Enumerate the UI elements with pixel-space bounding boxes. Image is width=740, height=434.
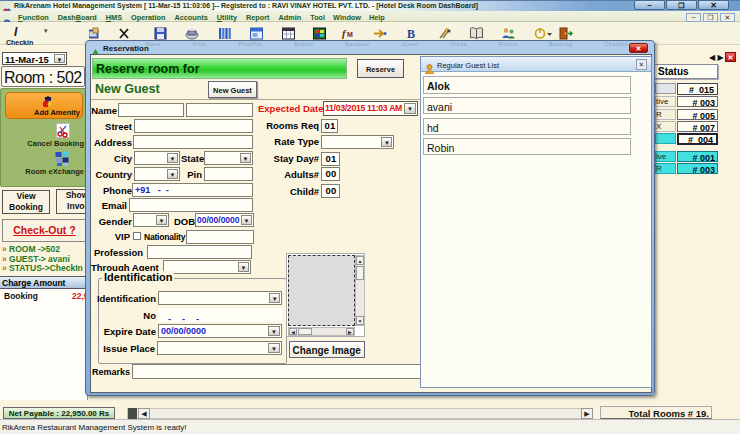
svg-text:B: B xyxy=(407,27,415,40)
svg-text:M: M xyxy=(347,31,353,38)
